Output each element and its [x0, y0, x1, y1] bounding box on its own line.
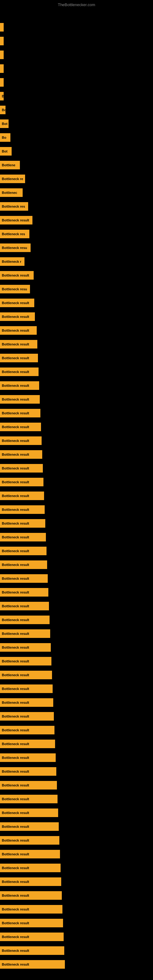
- bar-row: Bottleneck result: [0, 492, 44, 500]
- bar-label: Bottleneck result: [0, 519, 45, 528]
- bar-label: Bottleneck result: [0, 450, 42, 459]
- bar-label: Bottleneck r: [0, 257, 24, 266]
- bar-row: Bottleneck result: [0, 864, 61, 872]
- bar-label: Bottlene: [0, 161, 20, 169]
- bar-label: Bot: [0, 147, 12, 156]
- bar-label: Bottleneck result: [0, 836, 59, 845]
- bar-row: Bottlenec: [0, 188, 22, 197]
- bar-row: Bottleneck r: [0, 257, 24, 266]
- bar-row: Bottleneck result: [0, 767, 56, 776]
- bar-label: [0, 51, 4, 59]
- bar-row: Bottleneck result: [0, 588, 48, 597]
- bar-row: Bottleneck re: [0, 175, 25, 183]
- bar-row: Bottleneck result: [0, 450, 42, 459]
- bar-label: Bottleneck res: [0, 202, 28, 211]
- bar-label: Bottleneck result: [0, 588, 48, 597]
- bar-row: Bottleneck result: [0, 326, 37, 335]
- bar-row: Bottleneck result: [0, 436, 41, 445]
- bar-row: Bottleneck res: [0, 230, 29, 238]
- bar-label: Bottleneck result: [0, 671, 52, 679]
- bar-row: Bottleneck result: [0, 505, 45, 514]
- bar-label: Bottleneck result: [0, 726, 54, 734]
- bar-label: Bottleneck result: [0, 547, 46, 555]
- bar-row: Bottleneck result: [0, 381, 39, 390]
- bar-label: Bot: [0, 119, 9, 128]
- bar-label: Bottleneck result: [0, 492, 44, 500]
- bar-label: Bottleneck result: [0, 505, 45, 514]
- bar-label: Bottleneck result: [0, 753, 56, 762]
- bar-row: Bottleneck result: [0, 753, 56, 762]
- bar-label: Bottleneck result: [0, 560, 47, 569]
- bar-row: Bottleneck result: [0, 877, 61, 886]
- bar-row: Bottleneck result: [0, 368, 38, 376]
- bar-row: Bottleneck result: [0, 932, 64, 941]
- bar-row: Bottleneck result: [0, 423, 41, 431]
- bar-label: Bottleneck result: [0, 822, 59, 831]
- bar-row: Bottleneck result: [0, 602, 49, 610]
- bar-row: Bottleneck result: [0, 960, 65, 969]
- bar-row: Bo: [0, 133, 10, 142]
- bar-label: [0, 78, 4, 87]
- bar-label: Bottleneck result: [0, 864, 61, 872]
- bar-label: Bottleneck result: [0, 602, 49, 610]
- bar-label: Bottleneck result: [0, 381, 39, 390]
- bar-label: Bottleneck result: [0, 740, 55, 748]
- bar-label: Bottleneck result: [0, 409, 40, 417]
- bar-label: Bottleneck resu: [0, 243, 30, 252]
- bar-row: Bottleneck result: [0, 905, 62, 913]
- bar-row: Bottleneck result: [0, 698, 53, 707]
- bar-row: Bottleneck result: [0, 478, 43, 486]
- bar-label: Bottleneck res: [0, 230, 29, 238]
- bar-label: B: [0, 92, 4, 100]
- bar-row: Bottleneck result: [0, 836, 59, 845]
- bar-label: Bottleneck result: [0, 326, 37, 335]
- bar-label: Bottleneck result: [0, 698, 53, 707]
- bar-label: Bottleneck result: [0, 271, 33, 280]
- bar-label: Bottleneck result: [0, 960, 65, 969]
- bar-row: Bottleneck result: [0, 781, 57, 789]
- bar-row: Bottleneck result: [0, 684, 53, 693]
- bar-row: Bottleneck result: [0, 850, 60, 858]
- bar-row: Bottleneck result: [0, 354, 38, 362]
- bar-row: Bottleneck result: [0, 533, 46, 541]
- bar-row: Bottleneck result: [0, 712, 54, 721]
- bar-row: Bottleneck result: [0, 740, 55, 748]
- bar-label: Bottleneck result: [0, 684, 53, 693]
- bar-label: Bottleneck result: [0, 616, 49, 624]
- bar-row: Bot: [0, 119, 9, 128]
- bar-label: Bottleneck result: [0, 808, 58, 817]
- bar-row: Bottleneck result: [0, 409, 40, 417]
- bar-row: Bottleneck result: [0, 822, 59, 831]
- bar-row: Bottleneck result: [0, 464, 43, 473]
- bar-label: Bottleneck result: [0, 891, 62, 900]
- bar-label: Bo: [0, 106, 5, 114]
- bar-row: [0, 51, 1, 59]
- bar-row: Bottleneck result: [0, 560, 47, 569]
- bar-label: Bottleneck result: [0, 781, 57, 789]
- bar-row: Bottlene: [0, 161, 20, 169]
- bar-label: Bottleneck result: [0, 395, 40, 404]
- bar-row: Bottleneck result: [0, 312, 35, 321]
- bar-row: Bo: [0, 106, 5, 114]
- bar-row: Bottleneck result: [0, 616, 49, 624]
- bar-label: Bottleneck result: [0, 712, 54, 721]
- bar-label: Bottleneck re: [0, 175, 25, 183]
- bar-row: Bottleneck result: [0, 547, 46, 555]
- bar-label: [0, 23, 4, 32]
- bar-label: Bottleneck result: [0, 795, 57, 803]
- bar-label: [0, 37, 4, 45]
- bar-row: Bottleneck result: [0, 726, 54, 734]
- bar-label: Bottleneck result: [0, 436, 41, 445]
- bar-label: [0, 64, 4, 73]
- bar-label: Bottleneck result: [0, 478, 43, 486]
- bar-row: Bottleneck result: [0, 808, 58, 817]
- bar-row: Bottleneck result: [0, 574, 48, 583]
- bar-row: [0, 23, 1, 32]
- bar-row: Bottleneck result: [0, 271, 33, 280]
- bar-row: Bottleneck res: [0, 202, 28, 211]
- bar-row: Bottleneck result: [0, 657, 51, 665]
- bar-row: Bottleneck result: [0, 629, 50, 638]
- bar-label: Bottleneck result: [0, 850, 60, 858]
- bar-label: Bottleneck result: [0, 932, 64, 941]
- bar-row: Bottleneck result: [0, 671, 52, 679]
